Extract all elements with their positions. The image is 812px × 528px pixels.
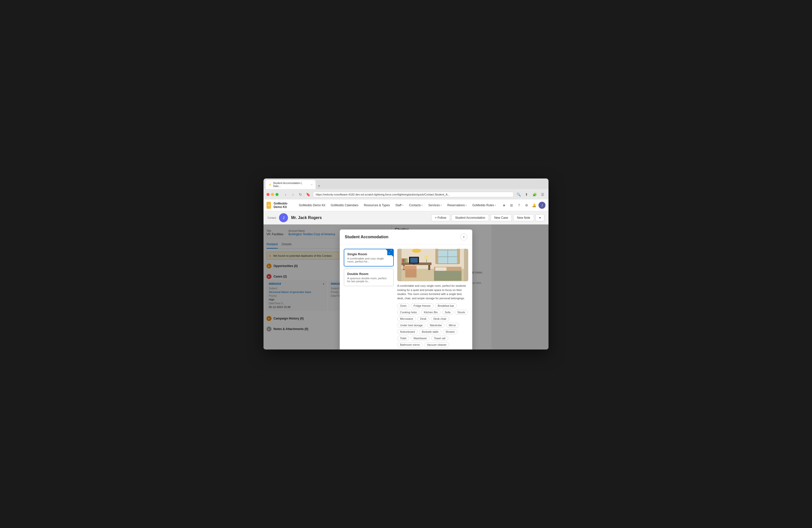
nav-item-rules[interactable]: GoMeddo Rules ▾ [470, 202, 498, 209]
svg-rect-13 [413, 264, 415, 265]
reservations-chevron: ▾ [465, 204, 467, 206]
room-full-description: A comfortable and cozy single room, perf… [397, 284, 468, 300]
back-btn[interactable]: ‹ [282, 191, 289, 197]
nav-bar: GoMeddo Demo Kit GoMeddo Calendars Resou… [296, 202, 498, 209]
follow-button[interactable]: + Follow [431, 214, 450, 221]
settings-icon[interactable]: ⚙ [523, 202, 530, 208]
menu-icon[interactable]: ☰ [539, 191, 546, 197]
amenity-tag: Breakfast bar [435, 303, 457, 308]
refresh-btn[interactable]: ↻ [298, 191, 304, 197]
minimize-traffic-light[interactable] [271, 193, 274, 196]
amenity-tag: Shower [443, 329, 458, 334]
browser-toolbar-icons: 🔍 ⬆ 🧩 ☰ [516, 191, 546, 197]
svg-rect-25 [404, 259, 405, 262]
grid-icon[interactable]: ⊞ [508, 202, 514, 208]
header-right-icons: ★ ⊞ ? ⚙ 🔔 J [501, 202, 546, 209]
rules-chevron: ▾ [495, 204, 496, 206]
amenity-tag: Oven [397, 303, 409, 308]
bell-icon[interactable]: 🔔 [531, 202, 537, 208]
amenity-tag: Microwave [397, 316, 416, 321]
star-icon[interactable]: ★ [501, 202, 507, 208]
amenity-tag: Vacuum cleaner [424, 342, 449, 347]
new-note-button[interactable]: New Note [513, 214, 534, 221]
app-header: ≡ GoMeddo Demo Kit GoMeddo Demo Kit GoMe… [263, 200, 549, 211]
amenity-tag: Toilet [397, 336, 409, 341]
svg-rect-6 [435, 249, 438, 264]
tab-title: Student Accomodation | Sale... [273, 181, 309, 188]
nav-item-contacts[interactable]: Contacts ▾ [406, 202, 425, 209]
app-logo: ≡ [266, 202, 271, 209]
svg-point-20 [424, 255, 429, 260]
modal-header: Student Accomodation × [340, 230, 472, 245]
traffic-lights [266, 193, 278, 196]
maximize-traffic-light[interactable] [276, 193, 278, 196]
search-icon[interactable]: 🔍 [516, 191, 522, 197]
svg-rect-10 [428, 265, 430, 270]
user-avatar[interactable]: J [538, 202, 546, 209]
svg-rect-23 [402, 259, 403, 262]
browser-nav: ‹ › ↻ 🔖 [282, 191, 311, 197]
share-icon[interactable]: ⬆ [523, 191, 530, 197]
modal-close-btn[interactable]: × [460, 234, 467, 240]
nav-item-reservations[interactable]: Reservations ▾ [445, 202, 469, 209]
student-accommodation-button[interactable]: Student Accomodation [451, 214, 489, 221]
nav-item-resources[interactable]: Resources & Types [362, 202, 392, 209]
double-room-option[interactable]: Double Room A spacious double room, perf… [344, 268, 394, 286]
contact-bar: Contact J Mr. Jack Rogers + Follow Stude… [263, 211, 549, 224]
nav-item-services[interactable]: Services ▾ [426, 202, 444, 209]
amenity-tag: Towel rail [431, 336, 448, 341]
modal-dialog: Student Accomodation × Single Room A com… [340, 230, 472, 350]
amenity-tag: Bedside table [419, 329, 441, 334]
new-tab-btn[interactable]: + [316, 183, 322, 189]
contacts-chevron: ▾ [421, 204, 423, 206]
svg-rect-19 [434, 271, 462, 281]
contact-type-label: Contact [267, 217, 276, 219]
amenity-tag: Cooking hobs [397, 310, 420, 315]
amenities-grid: OvenFridge freezerBreakfast barCooking h… [397, 303, 468, 347]
amenity-tag: Mirror [446, 323, 459, 328]
svg-rect-12 [410, 258, 418, 263]
staff-chevron: ▾ [402, 204, 404, 206]
tab-icon: ⚡ [269, 183, 272, 186]
contact-name: Mr. Jack Rogers [291, 216, 322, 220]
tab-close-btn[interactable]: × [311, 183, 313, 186]
amenity-tag: Desk chair [431, 316, 449, 321]
new-case-button[interactable]: New Case [491, 214, 512, 221]
nav-item-staff[interactable]: Staff ▾ [393, 202, 406, 209]
selected-checkmark [386, 249, 393, 257]
bookmark-btn[interactable]: 🔖 [305, 191, 311, 197]
amenity-tag: Stools [455, 310, 468, 315]
single-room-option[interactable]: Single Room A comfortable and cozy singl… [344, 249, 394, 266]
nav-item-gomeddo-demo[interactable]: GoMeddo Demo Kit [296, 202, 328, 209]
help-icon[interactable]: ? [516, 202, 522, 208]
single-room-desc: A comfortable and cozy single room, perf… [347, 257, 390, 263]
contact-actions: + Follow Student Accomodation New Case N… [431, 214, 545, 221]
amenity-tag: Sofa [442, 310, 453, 315]
svg-rect-14 [405, 269, 417, 278]
svg-rect-7 [457, 249, 460, 264]
amenity-tag: Wardrobe [427, 323, 445, 328]
contact-info: Mr. Jack Rogers [291, 216, 322, 220]
amenity-tag: Kitchen Bin [421, 310, 440, 315]
actions-dropdown-btn[interactable]: ▾ [536, 214, 545, 221]
amenity-tag: Noticeboard [397, 329, 418, 334]
single-room-title: Single Room [347, 252, 390, 256]
extensions-icon[interactable]: 🧩 [532, 191, 537, 197]
amenity-tag: Bathroom mirror [397, 342, 422, 347]
app-content: ≡ GoMeddo Demo Kit GoMeddo Demo Kit GoMe… [263, 200, 549, 350]
modal-body: Single Room A comfortable and cozy singl… [340, 245, 472, 350]
room-options-list: Single Room A comfortable and cozy singl… [344, 249, 394, 347]
nav-item-calendars[interactable]: GoMeddo Calendars [328, 202, 361, 209]
forward-btn[interactable]: › [290, 191, 296, 197]
browser-window: ⚡ Student Accomodation | Sale... × + ‹ ›… [263, 178, 549, 350]
amenity-tag: Desk [418, 316, 429, 321]
browser-titlebar: ‹ › ↻ 🔖 https://velocity-nosoftware-4182… [263, 189, 549, 200]
close-traffic-light[interactable] [266, 193, 270, 196]
svg-rect-15 [403, 266, 417, 269]
tab-bar: ⚡ Student Accomodation | Sale... × + [263, 178, 549, 189]
active-tab[interactable]: ⚡ Student Accomodation | Sale... × [265, 180, 316, 189]
contact-avatar: J [279, 213, 288, 222]
room-image [397, 249, 468, 281]
amenity-tag: Washbasin [411, 336, 430, 341]
address-bar[interactable]: https://velocity-nosoftware-4182-dev-ed.… [313, 192, 513, 197]
